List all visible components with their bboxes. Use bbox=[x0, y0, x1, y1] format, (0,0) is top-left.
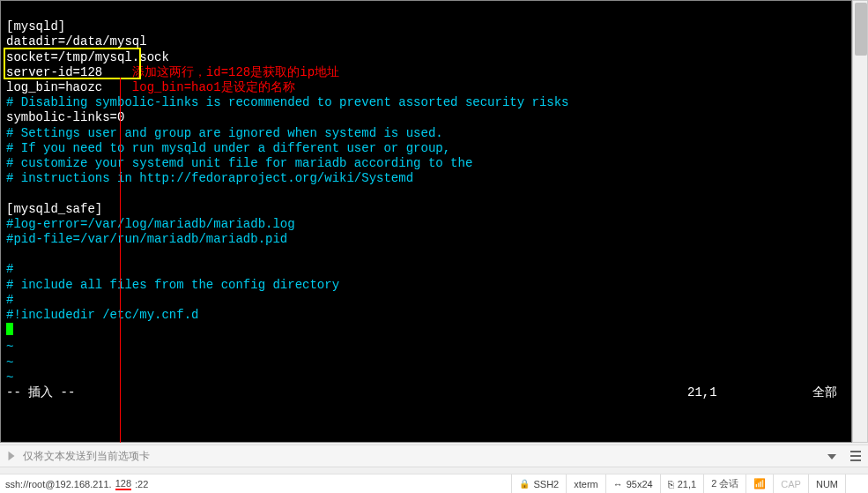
cursor-position-status: ⎘21,1 bbox=[660, 474, 703, 493]
terminal-type: xterm bbox=[566, 474, 605, 493]
comment-line: # customize your systemd unit file for m… bbox=[6, 156, 472, 170]
send-text-placeholder[interactable]: 仅将文本发送到当前选项卡 bbox=[23, 449, 150, 464]
ssh-status: 🔒SSH2 bbox=[511, 474, 566, 493]
scroll-lock-indicator bbox=[845, 474, 863, 493]
cursor bbox=[6, 323, 13, 335]
target-dropdown[interactable] bbox=[822, 450, 842, 462]
config-line: [mysqld_safe] bbox=[6, 202, 102, 216]
resize-icon: ↔ bbox=[613, 479, 623, 489]
comment-line: # include all files from the config dire… bbox=[6, 278, 339, 292]
comment-line: # Settings user and group are ignored wh… bbox=[6, 126, 443, 140]
comment-line: # bbox=[6, 262, 13, 276]
connection-address: ssh://root@192.168.211.128:22 bbox=[5, 474, 155, 493]
session-count: 2 会话 bbox=[703, 474, 746, 493]
status-bar: ssh://root@192.168.211.128:22 🔒SSH2 xter… bbox=[0, 474, 868, 493]
collapse-icon[interactable] bbox=[5, 450, 18, 462]
terminal-scrollbar[interactable] bbox=[852, 0, 868, 443]
vim-tilde: ~ bbox=[6, 355, 13, 370]
comment-line: # instructions in http://fedoraproject.o… bbox=[6, 171, 413, 185]
signal-icon: 📶 bbox=[746, 474, 773, 493]
comment-line: #log-error=/var/log/mariadb/mariadb.log bbox=[6, 217, 295, 231]
comment-line: # bbox=[6, 293, 13, 307]
comment-line: #!includedir /etc/my.cnf.d bbox=[6, 308, 198, 322]
vim-tilde: ~ bbox=[6, 340, 13, 354]
hamburger-menu-icon[interactable] bbox=[849, 449, 863, 463]
config-line: symbolic-links=0 bbox=[6, 110, 124, 124]
vim-tilde: ~ bbox=[6, 370, 13, 385]
comment-line: # Disabling symbolic-links is recommende… bbox=[6, 95, 569, 109]
position-icon: ⎘ bbox=[668, 479, 674, 489]
vim-scroll-indicator: 全部 bbox=[793, 385, 846, 400]
terminal-size: ↔95x24 bbox=[605, 474, 660, 493]
config-line: datadir=/data/mysql bbox=[6, 34, 147, 49]
config-line: server-id=128 bbox=[6, 65, 102, 79]
comment-line: # If you need to run mysqld under a diff… bbox=[6, 141, 450, 155]
lock-icon: 🔒 bbox=[519, 479, 530, 489]
num-lock-indicator: NUM bbox=[808, 474, 845, 493]
send-text-bar: 仅将文本发送到当前选项卡 bbox=[0, 444, 868, 467]
annotation-text: log_bin=hao1是设定的名称 bbox=[102, 80, 294, 94]
vim-cursor-position: 21,1 bbox=[687, 385, 793, 400]
annotation-text: 添加这两行，id=128是获取的ip地址 bbox=[102, 65, 339, 79]
config-line: log_bin=haozc bbox=[6, 80, 102, 94]
config-line: [mysqld] bbox=[6, 19, 65, 34]
annotation-underline: 128 bbox=[115, 478, 131, 490]
terminal-viewport[interactable]: [mysqld] datadir=/data/mysql socket=/tmp… bbox=[0, 0, 852, 443]
caps-lock-indicator: CAP bbox=[773, 474, 808, 493]
comment-line: #pid-file=/var/run/mariadb/mariadb.pid bbox=[6, 232, 287, 246]
vim-mode: -- 插入 -- bbox=[6, 385, 75, 400]
scrollbar-thumb[interactable] bbox=[855, 3, 867, 56]
config-line: socket=/tmp/mysql.sock bbox=[6, 50, 169, 64]
vim-status-line: -- 插入 --21,1全部 bbox=[6, 385, 846, 400]
